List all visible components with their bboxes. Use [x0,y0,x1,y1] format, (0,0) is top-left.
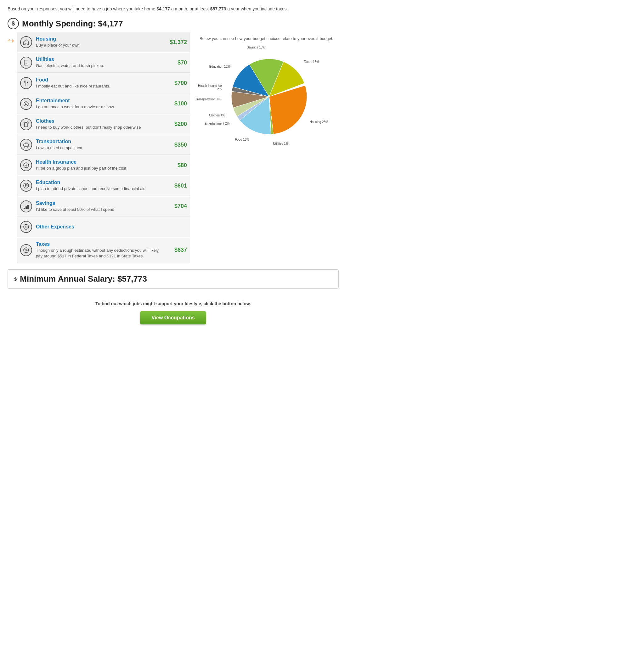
item-title-health-insurance[interactable]: Health Insurance [36,159,76,165]
expense-item-transportation[interactable]: Transportation I own a used compact car … [17,135,190,155]
item-title-other-expenses[interactable]: Other Expenses [36,224,74,229]
item-icon-housing [20,36,32,48]
item-content-other-expenses: Other Expenses [36,224,187,230]
item-title-food[interactable]: Food [36,77,48,83]
svg-rect-0 [24,60,28,65]
item-desc-housing: Buy a place of your own [36,42,165,48]
pie-label-3: Entertainment 2% [205,122,230,125]
item-amount-savings: $704 [168,203,187,210]
item-icon-health-insurance [20,159,32,171]
item-amount-utilities: $70 [168,59,187,66]
monthly-amount: $4,177 [156,6,170,11]
item-desc-health-insurance: I'll be on a group plan and just pay par… [36,166,165,171]
item-icon-entertainment [20,98,32,110]
item-content-clothes: Clothes I need to buy work clothes, but … [36,118,165,130]
item-title-clothes[interactable]: Clothes [36,118,54,124]
item-title-education[interactable]: Education [36,180,60,185]
svg-rect-11 [24,208,25,209]
item-desc-clothes: I need to buy work clothes, but don't re… [36,125,165,130]
pie-label-0: Housing 28% [310,120,328,124]
item-icon-other-expenses: $ [20,221,32,233]
expense-item-food[interactable]: Food I mostly eat out and like nice rest… [17,73,190,93]
svg-point-7 [24,146,26,147]
expense-item-education[interactable]: Education I plan to attend private schoo… [17,176,190,196]
pie-label-6: Health Insurance2% [198,84,222,91]
item-amount-entertainment: $100 [168,100,187,107]
pie-label-2: Food 15% [235,138,249,141]
item-content-food: Food I mostly eat out and like nice rest… [36,77,165,89]
item-title-savings[interactable]: Savings [36,200,55,206]
item-amount-education: $601 [168,183,187,189]
item-title-entertainment[interactable]: Entertainment [36,98,70,103]
intro-text: Based on your responses, you will need t… [8,6,339,12]
item-desc-education: I plan to attend private school and rece… [36,186,165,191]
pie-label-5: Transportation 7% [195,98,221,101]
item-icon-clothes [20,118,32,130]
main-layout: ↪ Housing Buy a place of your own $1,372… [8,32,339,264]
item-content-entertainment: Entertainment I go out once a week for a… [36,98,165,110]
expense-item-savings[interactable]: Savings I'd like to save at least 50% of… [17,197,190,216]
item-content-utilities: Utilities Gas, electric, water, and tras… [36,57,165,69]
chart-description: Below you can see how your budget choice… [199,35,339,42]
expense-item-utilities[interactable]: Utilities Gas, electric, water, and tras… [17,53,190,73]
item-desc-taxes: Though only a rough estimate, without an… [36,248,165,259]
item-icon-education [20,180,32,191]
expense-item-other-expenses[interactable]: $ Other Expenses [17,217,190,237]
item-content-taxes: Taxes Though only a rough estimate, with… [36,241,165,259]
svg-text:$: $ [25,225,27,229]
svg-rect-13 [27,205,29,209]
item-title-utilities[interactable]: Utilities [36,57,54,62]
left-panel: ↪ Housing Buy a place of your own $1,372… [8,32,190,264]
item-amount-food: $700 [168,80,187,87]
expense-items-wrapper: ↪ Housing Buy a place of your own $1,372… [8,32,190,263]
item-content-housing: Housing Buy a place of your own [36,36,165,48]
item-title-transportation[interactable]: Transportation [36,139,71,144]
svg-point-8 [27,146,28,147]
pie-label-7: Education 12% [209,65,230,68]
monthly-spending-title: Monthly Spending: $4,177 [22,19,123,29]
item-icon-food [20,77,32,89]
expense-item-health-insurance[interactable]: Health Insurance I'll be on a group plan… [17,155,190,175]
annual-dollar-icon: $ [14,276,17,282]
item-icon-transportation [20,139,32,151]
item-content-education: Education I plan to attend private schoo… [36,180,165,191]
monthly-spending-header: $ Monthly Spending: $4,177 [8,18,339,29]
item-icon-savings [20,200,32,212]
item-desc-transportation: I own a used compact car [36,145,165,151]
item-desc-utilities: Gas, electric, water, and trash pickup. [36,63,165,69]
pie-label-9: Taxes 13% [304,60,319,63]
expense-item-housing[interactable]: ↪ Housing Buy a place of your own $1,372 [17,32,190,52]
pie-chart: Housing 28%Utilities 1%Food 15%Entertain… [215,46,323,147]
annual-amount: $57,773 [210,6,226,11]
item-desc-entertainment: I go out once a week for a movie or a sh… [36,104,165,110]
pie-label-4: Clothes 4% [209,114,225,117]
item-desc-savings: I'd like to save at least 50% of what I … [36,207,165,212]
item-title-housing[interactable]: Housing [36,36,56,42]
item-title-taxes[interactable]: Taxes [36,241,50,247]
arrow-indicator: ↪ [8,37,14,45]
expense-item-taxes[interactable]: % Taxes Though only a rough estimate, wi… [17,238,190,263]
svg-rect-12 [26,207,27,209]
expense-item-clothes[interactable]: Clothes I need to buy work clothes, but … [17,115,190,134]
svg-point-1 [26,63,27,65]
item-amount-health-insurance: $80 [168,162,187,169]
find-jobs-text: To find out which jobs might support you… [11,301,336,306]
item-content-savings: Savings I'd like to save at least 50% of… [36,200,165,212]
annual-salary-box: $ Minimum Annual Salary: $57,773 [8,269,339,288]
item-content-health-insurance: Health Insurance I'll be on a group plan… [36,159,165,171]
item-amount-clothes: $200 [168,121,187,127]
item-desc-food: I mostly eat out and like nice restauran… [36,83,165,89]
item-amount-transportation: $350 [168,142,187,148]
expense-item-entertainment[interactable]: Entertainment I go out once a week for a… [17,94,190,114]
view-occupations-button[interactable]: View Occupations [140,311,206,324]
item-icon-utilities [20,57,32,69]
dollar-icon: $ [8,18,19,29]
svg-point-4 [24,102,28,106]
find-jobs-section: To find out which jobs might support you… [8,298,339,328]
svg-text:%: % [25,248,28,252]
pie-label-8: Savings 15% [247,45,265,49]
right-panel: Below you can see how your budget choice… [199,32,339,147]
item-icon-taxes: % [20,244,32,256]
annual-salary-title: Minimum Annual Salary: $57,773 [20,274,147,284]
item-amount-taxes: $637 [168,247,187,253]
